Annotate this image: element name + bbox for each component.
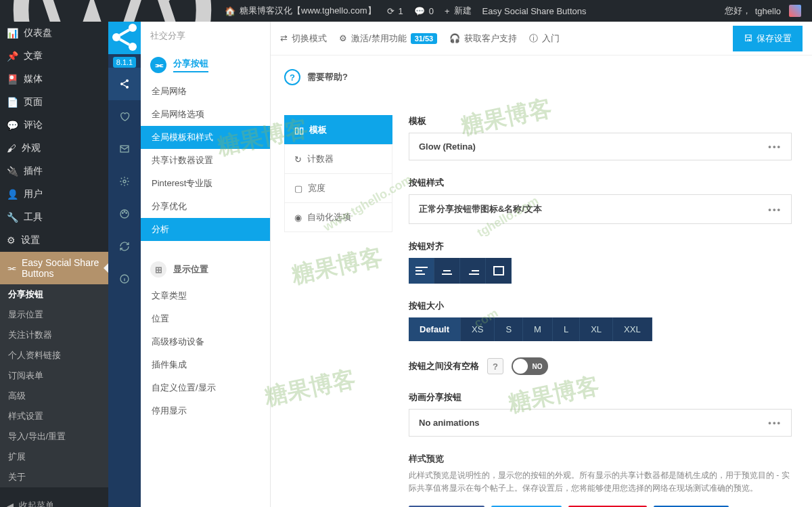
new-content-link[interactable]: +新建 xyxy=(439,0,477,22)
comment-icon: 💬 xyxy=(414,6,425,16)
switch-mode[interactable]: ⇄切换模式 xyxy=(280,32,327,45)
style-label: 按钮样式 xyxy=(409,177,792,189)
comments-link[interactable]: 💬0 xyxy=(409,0,439,22)
svg-point-2 xyxy=(112,33,120,41)
size-option[interactable]: Default xyxy=(409,317,461,341)
get-support[interactable]: 🎧获取客户支持 xyxy=(449,32,517,45)
iconbar-share[interactable] xyxy=(108,68,141,100)
plugin-link[interactable]: Easy Social Share Buttons xyxy=(477,0,592,22)
help-badge[interactable]: ? xyxy=(487,358,503,374)
iconbar-mail[interactable] xyxy=(108,133,141,165)
wp-submenu-item[interactable]: 关于 xyxy=(0,467,108,487)
template-select[interactable]: Glow (Retina)••• xyxy=(409,133,792,160)
wp-logo[interactable] xyxy=(5,0,219,22)
wp-submenu-item[interactable]: 样式设置 xyxy=(0,406,108,426)
plugin-nav-link[interactable]: 分享优化 xyxy=(141,195,270,218)
wp-menu-item[interactable]: 🎴媒体 xyxy=(0,68,108,91)
svg-point-12 xyxy=(126,213,127,213)
size-option[interactable]: XL xyxy=(580,317,613,341)
iconbar-import[interactable] xyxy=(108,230,141,263)
wp-menu-item[interactable]: 🔧工具 xyxy=(0,206,108,229)
iconbar-settings[interactable] xyxy=(108,165,141,198)
updates-link[interactable]: ⟳1 xyxy=(382,0,409,22)
wp-menu-item[interactable]: 👤用户 xyxy=(0,183,108,206)
wp-submenu-item[interactable]: 扩展 xyxy=(0,447,108,467)
plugin-nav-link[interactable]: 位置 xyxy=(141,307,270,330)
wp-menu-item[interactable]: ⫘Easy Social Share Buttons xyxy=(0,252,108,284)
align-stretch[interactable] xyxy=(486,258,512,284)
wp-submenu-item[interactable]: 关注计数器 xyxy=(0,325,108,345)
plugin-nav-link[interactable]: 停用显示 xyxy=(141,399,270,422)
style-select[interactable]: 正常分享按钮带图标&名称/文本••• xyxy=(409,194,792,224)
menu-icon: 🔧 xyxy=(7,212,18,223)
align-center[interactable] xyxy=(434,258,460,284)
help-link[interactable]: ? 需要帮助? xyxy=(284,69,798,85)
size-option[interactable]: S xyxy=(495,317,523,341)
size-option[interactable]: L xyxy=(553,317,580,341)
swap-icon: ⇄ xyxy=(280,33,288,43)
plugin-nav-link[interactable]: 自定义位置/显示 xyxy=(141,376,270,399)
info-icon xyxy=(119,273,130,284)
plugin-nav-link[interactable]: 高级移动设备 xyxy=(141,330,270,353)
nospace-toggle[interactable]: NO xyxy=(512,357,548,375)
size-option[interactable]: XS xyxy=(461,317,495,341)
tab-counter[interactable]: ↻计数器 xyxy=(284,144,392,173)
wp-menu-item[interactable]: 📌文章 xyxy=(0,45,108,68)
wp-submenu-item[interactable]: 导入/导出/重置 xyxy=(0,426,108,447)
plugin-nav-link[interactable]: 文章类型 xyxy=(141,284,270,307)
plugin-nav-link[interactable]: 分析 xyxy=(141,218,270,241)
wp-menu-item[interactable]: 🖌外观 xyxy=(0,137,108,160)
wp-submenu-item[interactable]: 高级 xyxy=(0,386,108,406)
share-icon xyxy=(119,79,130,89)
getting-started[interactable]: ⓘ入门 xyxy=(529,32,560,45)
anim-select[interactable]: No animations••• xyxy=(409,409,792,437)
plugin-logo[interactable] xyxy=(108,22,141,54)
grid-icon: ⊞ xyxy=(150,261,166,278)
size-option[interactable]: M xyxy=(523,317,553,341)
template-icon: ▯▯ xyxy=(294,125,304,135)
tab-automation[interactable]: ◉自动化选项 xyxy=(284,202,392,232)
wp-submenu: 分享按钮显示位置关注计数器个人资料链接订阅表单高级样式设置导入/导出/重置扩展关… xyxy=(0,284,108,487)
size-option[interactable]: XXL xyxy=(613,317,652,341)
plugin-nav-link[interactable]: 全局网络 xyxy=(141,80,270,103)
tab-template[interactable]: ▯▯模板 xyxy=(284,115,392,144)
wp-submenu-item[interactable]: 个人资料链接 xyxy=(0,345,108,366)
save-button[interactable]: 🖫保存设置 xyxy=(733,26,803,51)
plugin-nav-link[interactable]: 全局网络选项 xyxy=(141,103,270,126)
gear-icon: ⚙ xyxy=(339,33,347,43)
menu-icon: 🔌 xyxy=(7,166,18,177)
iconbar-style[interactable] xyxy=(108,198,141,230)
tab-width[interactable]: ▢宽度 xyxy=(284,173,392,202)
wp-submenu-item[interactable]: 订阅表单 xyxy=(0,366,108,386)
main-topbar: ⇄切换模式 ⚙激活/禁用功能31/53 🎧获取客户支持 ⓘ入门 🖫保存设置 xyxy=(271,22,812,56)
save-icon: 🖫 xyxy=(744,33,752,43)
toggle-features[interactable]: ⚙激活/禁用功能31/53 xyxy=(339,32,437,45)
wp-menu-item[interactable]: ⚙设置 xyxy=(0,229,108,252)
wp-menu-item[interactable]: 📊仪表盘 xyxy=(0,22,108,45)
nav-section-position[interactable]: ⊞显示位置 xyxy=(141,255,270,284)
svg-point-11 xyxy=(124,211,125,212)
iconbar-like[interactable] xyxy=(108,100,141,133)
nav-section-share[interactable]: ⫘分享按钮 xyxy=(141,50,270,80)
wp-menu-item[interactable]: 💬评论 xyxy=(0,114,108,137)
svg-point-1 xyxy=(129,24,137,32)
stretch-icon xyxy=(493,266,504,275)
wp-submenu-item[interactable]: 分享按钮 xyxy=(0,284,108,305)
menu-icon: 📄 xyxy=(7,97,18,108)
plugin-nav-link[interactable]: Pinterest专业版 xyxy=(141,172,270,195)
plugin-nav-link[interactable]: 插件集成 xyxy=(141,353,270,376)
align-right[interactable] xyxy=(460,258,486,284)
site-name-link[interactable]: 🏠糖果博客汉化【www.tghello.com】 xyxy=(219,0,382,22)
user-greeting[interactable]: 您好，tghello xyxy=(719,0,807,22)
plugin-nav-link[interactable]: 共享计数器设置 xyxy=(141,149,270,172)
iconbar-info[interactable] xyxy=(108,263,141,295)
site-name: 糖果博客汉化【www.tghello.com】 xyxy=(240,5,376,17)
collapse-menu[interactable]: ◀收起菜单 xyxy=(0,494,108,507)
plugin-nav-link[interactable]: 全局模板和样式 xyxy=(141,126,270,149)
wp-menu-item[interactable]: 📄页面 xyxy=(0,91,108,114)
feature-count-badge: 31/53 xyxy=(411,33,438,44)
share-icon xyxy=(108,21,141,56)
wp-menu-item[interactable]: 🔌插件 xyxy=(0,160,108,183)
align-left[interactable] xyxy=(409,258,434,284)
wp-submenu-item[interactable]: 显示位置 xyxy=(0,305,108,325)
